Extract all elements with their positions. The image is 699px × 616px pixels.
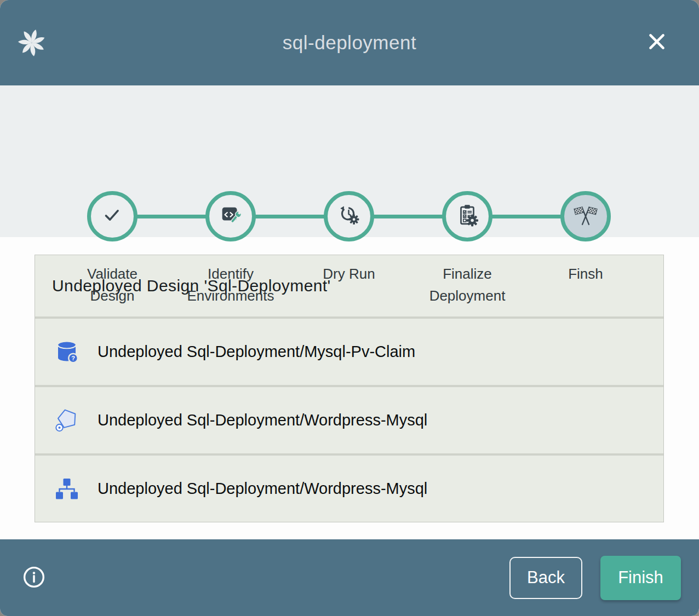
step-validate-design[interactable] [87, 191, 137, 241]
result-row: Undeployed Sql-Deployment/Wordpress-Mysq… [35, 456, 663, 522]
modal-header: sql-deployment [0, 0, 699, 85]
check-icon [100, 203, 125, 230]
hierarchy-icon [54, 476, 80, 502]
back-button[interactable]: Back [509, 557, 582, 599]
wizard-stepper: Validate Design Identify Environments Dr… [0, 85, 699, 237]
modal-footer: Back Finish [0, 539, 699, 616]
info-icon [22, 566, 45, 590]
info-button[interactable] [22, 566, 46, 590]
dry-run-sync-gear-icon [336, 203, 362, 230]
checkered-flags-icon [572, 202, 599, 231]
step-identify-environments[interactable] [205, 191, 256, 241]
deployment-wizard-modal: sql-deployment [0, 0, 699, 616]
result-row-text: Undeployed Sql-Deployment/Mysql-Pv-Claim [98, 343, 415, 361]
database-question-icon: ? [54, 339, 80, 365]
result-row: ? Undeployed Sql-Deployment/Mysql-Pv-Cla… [35, 319, 663, 385]
close-button[interactable] [644, 30, 669, 55]
close-icon [645, 30, 668, 55]
result-row-text: Undeployed Sql-Deployment/Wordpress-Mysq… [98, 411, 427, 429]
step-dry-run[interactable] [324, 191, 374, 241]
finish-button[interactable]: Finish [600, 556, 681, 600]
step-finalize-deployment[interactable] [442, 191, 492, 241]
pentagon-badge-icon [54, 407, 80, 434]
code-config-icon [218, 203, 243, 230]
result-row: Undeployed Sql-Deployment/Wordpress-Mysq… [35, 387, 663, 453]
svg-text:?: ? [71, 355, 75, 361]
meshery-logo-icon [16, 27, 47, 58]
checklist-gear-icon [455, 203, 480, 230]
page-title: sql-deployment [0, 32, 699, 54]
result-row-text: Undeployed Sql-Deployment/Wordpress-Mysq… [98, 480, 427, 498]
step-finish[interactable] [560, 191, 611, 241]
step-label-finish: Finsh [514, 263, 657, 285]
